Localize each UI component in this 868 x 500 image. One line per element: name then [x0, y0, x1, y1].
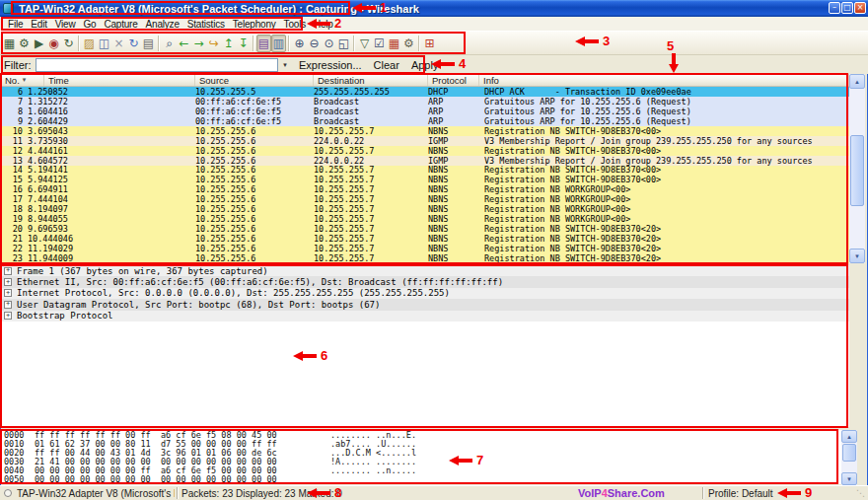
zoom-100-button[interactable]: ⊙ [322, 35, 336, 52]
start-capture-button[interactable]: ▶ [32, 35, 46, 52]
packet-row-17[interactable]: 177.44410410.255.255.610.255.255.7NBNSRe… [1, 194, 849, 204]
packet-row-23[interactable]: 2311.94400910.255.255.610.255.255.7NBNSR… [1, 253, 849, 263]
go-to-bottom-button[interactable]: ↧ [236, 35, 251, 52]
menu-file[interactable]: File [4, 19, 27, 30]
close-button[interactable]: × [854, 2, 866, 14]
detail-row-label: Frame 1 (367 bytes on wire, 367 bytes ca… [17, 266, 268, 276]
save-file-button[interactable]: ◫ [97, 35, 111, 52]
go-to-packet-button[interactable]: ↪ [206, 35, 221, 52]
auto-scroll-button[interactable]: ▥ [271, 35, 286, 52]
scroll-up-button[interactable]: ▲ [841, 430, 857, 443]
apply-button[interactable]: Apply [406, 58, 444, 72]
menu-view[interactable]: View [51, 19, 80, 30]
packet-row-20[interactable]: 209.69659310.255.255.610.255.255.7NBNSRe… [1, 224, 849, 234]
cell-time: 8.944055 [23, 214, 195, 224]
reload-icon: ↻ [128, 36, 138, 50]
packet-row-6[interactable]: 61.25085210.255.255.5255.255.255.255DHCP… [1, 87, 849, 97]
menu-go[interactable]: Go [79, 19, 100, 30]
column-header-protocol[interactable]: Protocol [428, 74, 479, 86]
expand-icon[interactable]: + [4, 278, 12, 286]
packet-row-9[interactable]: 92.60442900:ff:a6:cf:6e:f5BroadcastARPGr… [1, 116, 849, 126]
scroll-down-button[interactable]: ▼ [849, 249, 865, 263]
packet-row-12[interactable]: 124.44416110.255.255.610.255.255.7NBNSRe… [1, 146, 849, 156]
scrollbar-thumb[interactable] [842, 444, 856, 462]
packet-row-19[interactable]: 198.94405510.255.255.610.255.255.7NBNSRe… [1, 214, 849, 224]
filter-dropdown-button[interactable]: ▼ [278, 58, 292, 72]
coloring-rules-button[interactable]: ▦ [387, 35, 401, 52]
packet-row-7[interactable]: 71.31527200:ff:a6:cf:6e:f5BroadcastARPGr… [1, 97, 849, 107]
menu-capture[interactable]: Capture [100, 19, 141, 30]
column-header-no[interactable]: No.▾ [1, 74, 44, 86]
expression-button[interactable]: Expression... [294, 58, 367, 72]
detail-row-4[interactable]: +Bootstrap Protocol [1, 311, 849, 321]
packet-row-22[interactable]: 2211.19402910.255.255.610.255.255.7NBNSR… [1, 244, 849, 253]
expand-icon[interactable]: + [4, 312, 12, 320]
column-header-label: Source [199, 75, 229, 86]
hex-scrollbar[interactable]: ▲ ▼ [841, 430, 857, 485]
detail-row-3[interactable]: +User Datagram Protocol, Src Port: bootp… [1, 299, 849, 310]
menu-help[interactable]: Help [310, 19, 337, 30]
detail-row-2[interactable]: +Internet Protocol, Src: 0.0.0.0 (0.0.0.… [1, 288, 849, 299]
packet-row-10[interactable]: 103.69504310.255.255.610.255.255.7NBNSRe… [1, 126, 849, 136]
find-packet-button[interactable]: ⌕ [162, 35, 177, 52]
packet-row-11[interactable]: 113.73593010.255.255.6224.0.0.22IGMPV3 M… [1, 136, 849, 146]
menu-statistics[interactable]: Statistics [183, 19, 229, 30]
menu-analyze[interactable]: Analyze [142, 19, 183, 30]
scrollbar-thumb[interactable] [850, 135, 864, 206]
status-interface: TAP-Win32 Adapter V8 (Microsoft's Packet… [17, 488, 175, 499]
display-filters-button[interactable]: ☑ [372, 35, 387, 52]
packet-row-14[interactable]: 145.19414110.255.255.610.255.255.7NBNSRe… [1, 166, 849, 176]
scroll-down-button[interactable]: ▼ [841, 472, 857, 485]
resize-grip-icon[interactable]: ⋱ [856, 488, 865, 498]
menu-telephony[interactable]: Telephony [229, 19, 280, 30]
go-back-button[interactable]: ← [177, 35, 191, 52]
cell-proto: NBNS [428, 224, 479, 234]
minimize-button[interactable]: – [829, 2, 840, 14]
packet-list-scrollbar[interactable]: ▲ ▼ [849, 74, 865, 263]
clear-button[interactable]: Clear [369, 58, 404, 72]
column-header-source[interactable]: Source [195, 74, 314, 86]
hex-row-0050[interactable]: 005000 00 00 00 00 00 00 00 00 00 00 00 … [1, 475, 841, 484]
packet-row-18[interactable]: 188.19409710.255.255.610.255.255.7NBNSRe… [1, 204, 849, 214]
zoom-out-button[interactable]: ⊖ [307, 35, 322, 52]
resize-columns-button[interactable]: ◱ [336, 35, 351, 52]
reload-button[interactable]: ↻ [126, 35, 141, 52]
maximize-button[interactable]: □ [841, 2, 853, 14]
preferences-button[interactable]: ⚙ [401, 35, 416, 52]
colorize-button[interactable]: ▤ [256, 35, 271, 52]
packet-row-16[interactable]: 166.69491110.255.255.610.255.255.7NBNSRe… [1, 184, 849, 194]
stop-capture-button[interactable]: ◉ [46, 35, 61, 52]
zoom-in-button[interactable]: ⊕ [292, 35, 307, 52]
restart-capture-button[interactable]: ↻ [61, 35, 76, 52]
detail-row-1[interactable]: +Ethernet II, Src: 00:ff:a6:cf:6e:f5 (00… [1, 276, 849, 287]
column-header-destination[interactable]: Destination [314, 74, 428, 86]
list-interfaces-button[interactable]: ▦ [2, 35, 17, 52]
help-button[interactable]: ⊞ [422, 35, 437, 52]
packet-row-21[interactable]: 2110.44404610.255.255.610.255.255.7NBNSR… [1, 234, 849, 244]
stop-capture-icon: ◉ [48, 36, 58, 50]
detail-row-0[interactable]: +Frame 1 (367 bytes on wire, 367 bytes c… [1, 265, 849, 276]
packet-row-8[interactable]: 81.60441600:ff:a6:cf:6e:f5BroadcastARPGr… [1, 107, 849, 116]
column-header-info[interactable]: Info [479, 74, 849, 86]
capture-filters-button[interactable]: ▽ [357, 35, 372, 52]
packet-row-13[interactable]: 134.60457210.255.255.6224.0.0.22IGMPV3 M… [1, 156, 849, 166]
status-profile[interactable]: Profile: Default [708, 488, 773, 499]
menu-edit[interactable]: Edit [27, 19, 50, 30]
cell-proto: DHCP [428, 87, 479, 97]
expand-icon[interactable]: + [4, 289, 12, 297]
cell-time: 1.604416 [23, 107, 195, 116]
go-to-top-button[interactable]: ↥ [221, 35, 236, 52]
scroll-up-button[interactable]: ▲ [849, 74, 865, 89]
print-button[interactable]: ▤ [141, 35, 156, 52]
close-file-button[interactable]: × [111, 35, 126, 52]
expand-icon[interactable]: + [4, 267, 12, 275]
capture-options-button[interactable]: ⚙ [17, 35, 32, 52]
open-file-button[interactable]: ▨ [82, 35, 97, 52]
menu-tools[interactable]: Tools [280, 19, 310, 30]
go-forward-button[interactable]: → [191, 35, 206, 52]
packet-row-15[interactable]: 155.94412510.255.255.610.255.255.7NBNSRe… [1, 175, 849, 184]
expert-info-icon[interactable] [4, 489, 12, 497]
column-header-time[interactable]: Time [44, 74, 195, 86]
filter-input[interactable] [36, 58, 278, 72]
expand-icon[interactable]: + [4, 301, 12, 309]
